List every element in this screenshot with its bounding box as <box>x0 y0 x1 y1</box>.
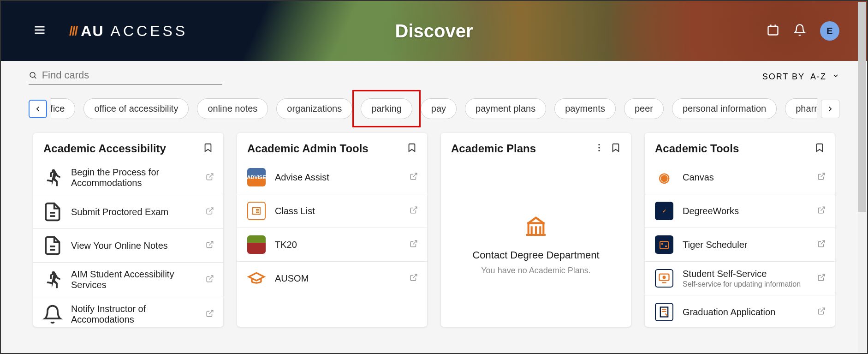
search-sort-row: SORT BY A-Z <box>1 61 867 89</box>
filter-tag[interactable]: pharmacy <box>785 98 817 119</box>
external-link-icon <box>817 172 826 182</box>
logo-access: ACCESS <box>111 23 188 40</box>
kebab-icon <box>594 143 604 153</box>
svg-point-31 <box>598 147 600 148</box>
bookmark-button[interactable] <box>407 143 417 155</box>
bell-icon <box>42 304 63 324</box>
filter-tag[interactable]: payment plans <box>465 98 546 119</box>
link-item[interactable]: AIM Student Accessibility Services <box>33 263 223 297</box>
degreeworks-icon: ✓ <box>654 201 674 221</box>
card-header: Academic Admin Tools <box>237 133 427 161</box>
svg-line-45 <box>821 274 825 278</box>
filter-tag[interactable]: online notes <box>197 98 268 119</box>
svg-line-17 <box>209 276 213 279</box>
link-item[interactable]: Tiger Scheduler <box>645 228 835 262</box>
chevron-right-icon <box>826 105 834 113</box>
ausom-icon <box>246 268 267 288</box>
scrollbar-thumb[interactable] <box>858 2 866 212</box>
menu-button[interactable] <box>33 24 46 38</box>
svg-line-15 <box>209 241 213 245</box>
link-item[interactable]: Graduation Application <box>645 295 835 327</box>
external-link-icon <box>410 206 418 216</box>
chevron-left-icon <box>34 105 42 113</box>
link-item[interactable]: Notify Instructor of Accomodations <box>33 297 223 327</box>
app-logo[interactable]: /// AU ACCESS <box>69 23 188 40</box>
svg-line-18 <box>209 310 213 314</box>
search-input[interactable] <box>42 69 222 81</box>
calendar-button[interactable] <box>767 24 779 38</box>
bookmark-button[interactable] <box>611 143 621 155</box>
link-item[interactable]: ADVISE Advise Assist <box>237 161 427 194</box>
filter-tag[interactable]: payments <box>554 98 616 119</box>
page-title: Discover <box>395 21 473 42</box>
link-item[interactable]: ◉ Canvas <box>645 161 835 194</box>
tags-next-button[interactable] <box>821 100 839 118</box>
filter-tag[interactable]: personal information <box>672 98 777 119</box>
link-item[interactable]: View Your Online Notes <box>33 229 223 263</box>
notifications-button[interactable] <box>793 24 806 38</box>
scheduler-icon <box>654 234 674 255</box>
link-item[interactable]: Student Self-Service Self-service for up… <box>645 262 835 295</box>
sort-value: A-Z <box>810 72 826 82</box>
filter-tag[interactable]: pay <box>421 98 457 119</box>
card-header: Academic Tools <box>645 133 835 161</box>
svg-line-9 <box>209 174 213 177</box>
link-item[interactable]: AUSOM <box>237 262 427 295</box>
link-item[interactable]: Begin the Process for Accommodations <box>33 161 223 195</box>
filter-tag[interactable]: office <box>51 98 75 119</box>
filter-tag[interactable]: parking <box>361 98 412 119</box>
svg-line-37 <box>821 207 825 210</box>
filter-tag[interactable]: organizations <box>276 98 352 119</box>
sort-dropdown[interactable]: SORT BY A-Z <box>762 72 839 82</box>
external-link-icon <box>206 275 214 285</box>
filter-tag[interactable]: peer <box>624 98 664 119</box>
tags-scroll: officeoffice of accessibilityonline note… <box>51 98 817 119</box>
doc-icon <box>42 235 63 256</box>
window-scrollbar[interactable] <box>858 2 866 352</box>
card-academic-accessibility: Academic Accessibility Begin the Process… <box>33 133 223 327</box>
more-button[interactable] <box>594 143 604 155</box>
doc-icon <box>42 202 63 222</box>
cards-row: Academic Accessibility Begin the Process… <box>1 133 867 327</box>
card-body: Contact Degree Department You have no Ac… <box>441 161 631 327</box>
external-link-icon <box>410 240 418 250</box>
svg-line-19 <box>413 173 417 177</box>
advise-icon: ADVISE <box>246 167 267 187</box>
link-item[interactable]: Class List <box>237 194 427 228</box>
bookmark-icon <box>407 143 417 153</box>
search-box[interactable] <box>29 69 222 84</box>
svg-rect-39 <box>661 243 663 245</box>
svg-rect-38 <box>660 241 668 249</box>
bookmark-button[interactable] <box>814 143 825 155</box>
logo-slashes: /// <box>69 24 77 38</box>
link-item[interactable]: ✓ DegreeWorks <box>645 194 835 228</box>
filter-tag[interactable]: office of accessibility <box>83 98 189 119</box>
header-actions: E <box>767 21 839 41</box>
svg-line-36 <box>821 173 825 177</box>
external-link-icon <box>817 273 826 283</box>
link-label: DegreeWorks <box>683 206 809 216</box>
external-link-icon <box>206 309 214 319</box>
tags-prev-button[interactable] <box>29 100 47 118</box>
classlist-icon <box>246 201 267 221</box>
link-item[interactable]: TK20 <box>237 228 427 262</box>
building-icon <box>523 212 549 240</box>
card-academic-tools: Academic Tools ◉ Canvas ✓ DegreeWorks Ti… <box>645 133 835 327</box>
card-title: Academic Accessibility <box>43 142 166 155</box>
bookmark-button[interactable] <box>203 143 213 155</box>
hamburger-icon <box>33 24 46 36</box>
link-label: Advise Assist <box>275 172 401 183</box>
card-title: Academic Tools <box>655 142 739 155</box>
card-header: Academic Plans <box>441 133 631 161</box>
empty-state: Contact Degree Department You have no Ac… <box>441 161 631 327</box>
walk-icon <box>42 270 63 290</box>
external-link-icon <box>206 240 214 251</box>
bell-icon <box>793 24 806 36</box>
avatar[interactable]: E <box>820 21 839 41</box>
card-academic-plans: Academic Plans Contact Degree Department… <box>441 133 631 327</box>
link-item[interactable]: Submit Proctored Exam <box>33 195 223 229</box>
card-title: Academic Admin Tools <box>247 142 369 155</box>
svg-line-7 <box>35 77 36 78</box>
svg-point-43 <box>663 276 666 278</box>
link-label: Tiger Scheduler <box>683 240 809 250</box>
